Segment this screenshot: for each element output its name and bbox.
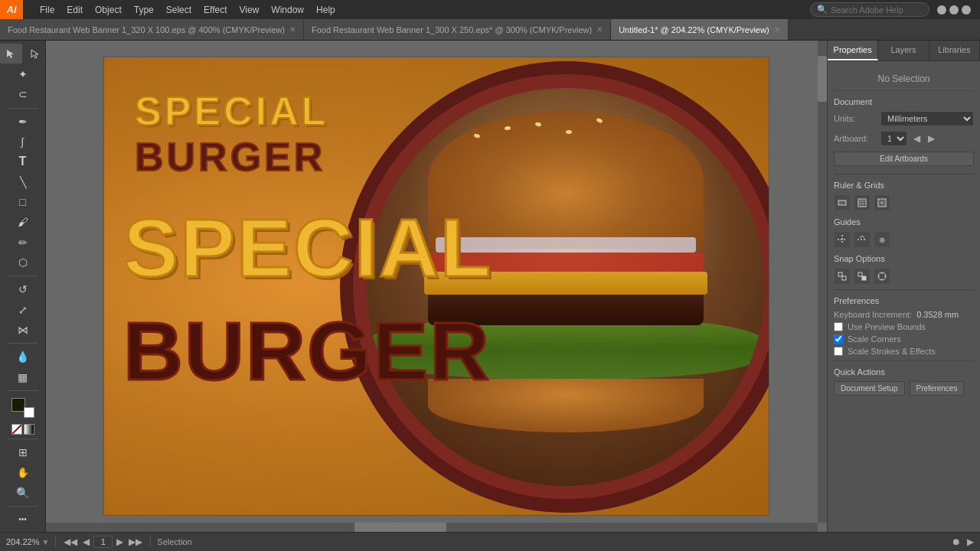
tab-close-1[interactable]: ✕	[596, 25, 603, 34]
hand-tool[interactable]: ✋	[11, 463, 34, 481]
lasso-tool[interactable]: ⊂	[11, 85, 34, 103]
zoom-tool[interactable]: 🔍	[11, 483, 34, 501]
use-preview-bounds-label: Use Preview Bounds	[848, 322, 926, 331]
shaper-tool[interactable]: ⬡	[11, 253, 34, 272]
scale-corners-checkbox[interactable]	[834, 334, 843, 344]
menu-help[interactable]: Help	[311, 3, 341, 17]
guides-icon-2[interactable]	[854, 231, 871, 248]
menu-type[interactable]: Type	[129, 3, 159, 17]
pencil-tool[interactable]: ✏	[11, 233, 34, 252]
scale-corners-label: Scale Corners	[848, 334, 901, 344]
selection-tool[interactable]	[0, 44, 22, 64]
tab-close-0[interactable]: ✕	[289, 25, 296, 34]
snap-icons	[834, 268, 974, 285]
preferences-btn[interactable]: Preferences	[910, 381, 965, 396]
ruler-icon-1[interactable]	[834, 194, 851, 211]
ruler-icon-3[interactable]	[874, 194, 890, 211]
close-btn[interactable]	[962, 5, 971, 15]
rectangle-tool[interactable]: □	[11, 193, 34, 211]
tab-untitled[interactable]: Untitled-1* @ 204.22% (CMYK/Preview) ✕	[611, 19, 788, 40]
text-tool[interactable]: T	[11, 152, 34, 171]
tab-banner-320[interactable]: Food Restaurant Web Banner 1_320 X 100.e…	[0, 19, 304, 40]
snap-icon-2[interactable]	[854, 268, 871, 285]
units-label: Units:	[834, 114, 876, 123]
menu-select[interactable]: Select	[161, 3, 197, 17]
eyedropper-tool[interactable]: 💧	[11, 347, 34, 366]
zoom-level: 204.22%	[6, 537, 39, 546]
gradient-swatch[interactable]	[24, 424, 34, 435]
section-guides: Guides	[834, 217, 974, 227]
guides-icon-1[interactable]	[834, 231, 851, 248]
blend-tool[interactable]: ⋈	[11, 321, 34, 339]
pen-tool[interactable]: ✒	[11, 112, 34, 131]
svg-rect-4	[858, 199, 866, 207]
menu-object[interactable]: Object	[90, 3, 127, 17]
artboard-prev-btn[interactable]: ◀	[912, 133, 922, 144]
maximize-btn[interactable]	[949, 5, 959, 15]
section-document: Document	[834, 97, 974, 106]
svg-rect-21	[858, 272, 862, 276]
artboard-tool[interactable]: ⊞	[11, 443, 34, 461]
artboard-label: Artboard:	[834, 134, 876, 143]
artboard-next-status-btn[interactable]: ▶	[115, 536, 125, 547]
panel-tab-layers[interactable]: Layers	[878, 41, 929, 60]
direct-selection-tool[interactable]	[24, 44, 47, 64]
artboard-record-btn[interactable]: ⏺	[952, 536, 961, 547]
svg-rect-19	[838, 272, 842, 276]
vertical-scrollbar[interactable]	[818, 41, 827, 523]
artboard-last-btn[interactable]: ▶▶	[127, 536, 144, 547]
vertical-scrollbar-thumb[interactable]	[818, 56, 827, 102]
gradient-tool[interactable]: ▦	[11, 367, 34, 386]
panel-tab-properties[interactable]: Properties	[828, 41, 878, 60]
text-special-small: SPECIAL	[135, 88, 328, 134]
panel-sep-2	[834, 174, 974, 174]
use-preview-bounds-checkbox[interactable]	[834, 322, 843, 331]
snap-icon-3[interactable]	[874, 268, 890, 285]
artboard-select[interactable]: 1	[880, 131, 907, 146]
scale-strokes-label: Scale Strokes & Effects	[848, 347, 936, 356]
menu-file[interactable]: File	[34, 3, 60, 17]
units-select[interactable]: Millimeters Pixels Inches Centimeters Po…	[880, 111, 974, 126]
scale-strokes-checkbox[interactable]	[834, 347, 843, 356]
snap-icon-1[interactable]	[834, 268, 851, 285]
ruler-icon-2[interactable]	[854, 194, 871, 211]
line-tool[interactable]: ╲	[11, 173, 34, 191]
menu-view[interactable]: View	[234, 3, 265, 17]
paintbrush-tool[interactable]: 🖌	[11, 213, 34, 231]
horizontal-scrollbar[interactable]	[46, 523, 818, 532]
tab-banner-300[interactable]: Food Restaurant Web Banner 1_300 X 250.e…	[304, 19, 611, 40]
document-setup-btn[interactable]: Document Setup	[834, 381, 905, 396]
stroke-color[interactable]	[24, 407, 34, 418]
artboard-first-btn[interactable]: ◀◀	[62, 536, 79, 547]
guides-icon-3[interactable]: ⊕	[874, 231, 890, 248]
panel-sep-4	[834, 360, 974, 361]
toolbar-separator-6	[8, 506, 38, 507]
play-btn[interactable]: ▶	[967, 536, 974, 547]
keyboard-increment-value: 0.3528 mm	[916, 310, 959, 319]
menu-edit[interactable]: Edit	[61, 3, 88, 17]
search-input[interactable]	[831, 5, 923, 15]
search-icon: 🔍	[817, 5, 828, 15]
toolbar-separator-5	[8, 439, 38, 439]
tab-close-2[interactable]: ✕	[774, 25, 780, 34]
minimize-btn[interactable]	[937, 5, 946, 15]
panel-tab-libraries[interactable]: Libraries	[929, 41, 980, 60]
right-panel: Properties Layers Libraries No Selection…	[827, 41, 980, 532]
panel-sep-3	[834, 289, 974, 290]
panel-sep-1	[834, 90, 974, 91]
artboard: SPECIAL BURGER SPECIAL BURGER	[103, 57, 769, 516]
none-swatch[interactable]	[11, 424, 22, 435]
rotate-tool[interactable]: ↺	[11, 280, 34, 298]
menu-window[interactable]: Window	[266, 3, 309, 17]
horizontal-scrollbar-thumb[interactable]	[354, 523, 446, 532]
artboard-number-input[interactable]	[93, 536, 113, 548]
artboard-next-btn[interactable]: ▶	[926, 133, 936, 144]
magic-wand-tool[interactable]: ✦	[11, 65, 34, 83]
curvature-tool[interactable]: ∫	[11, 132, 34, 151]
zoom-dropdown-icon[interactable]: ▼	[41, 538, 49, 546]
menu-effect[interactable]: Effect	[198, 3, 232, 17]
edit-artboards-btn[interactable]: Edit Artboards	[834, 152, 974, 166]
scale-tool[interactable]: ⤢	[11, 300, 34, 318]
artboard-prev-status-btn[interactable]: ◀	[81, 536, 91, 547]
more-tools[interactable]: •••	[11, 510, 34, 529]
